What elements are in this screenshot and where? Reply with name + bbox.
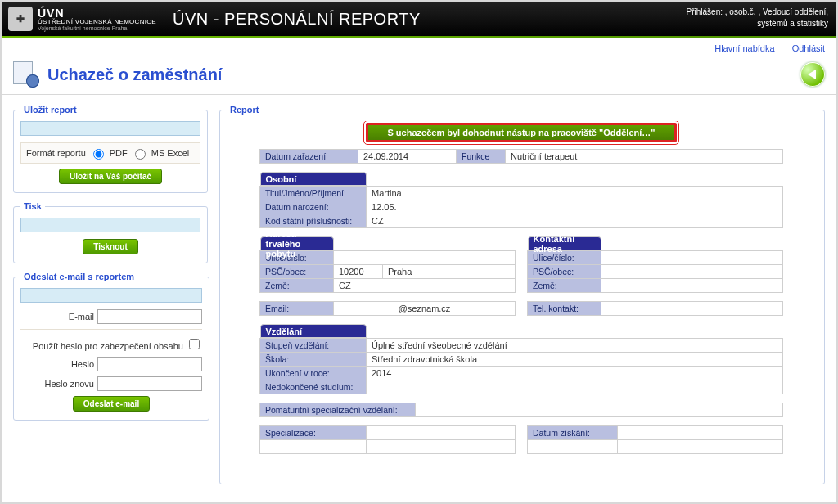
function-value: Nutriční terapeut <box>506 150 783 164</box>
dob-value: 12.05. <box>367 200 783 214</box>
edu-level-label: Stupeň vzdělání: <box>260 339 367 353</box>
dob-label: Datum narození: <box>260 200 367 214</box>
format-xls-radio[interactable] <box>135 149 146 160</box>
password2-input[interactable] <box>97 376 202 391</box>
org-name: ÚSTŘEDNÍ VOJENSKÁ NEMOCNICE <box>38 19 156 25</box>
report-scroll[interactable]: S uchazečem byl dohodnut nástup na praco… <box>227 121 818 475</box>
app-header: ✚ ÚVN ÚSTŘEDNÍ VOJENSKÁ NEMOCNICE Vojens… <box>2 2 836 36</box>
format-xls-label: MS Excel <box>151 148 189 158</box>
save-legend: Uložit report <box>20 105 80 115</box>
country-label: Země: <box>260 279 334 293</box>
back-button[interactable] <box>800 62 825 87</box>
phone-table: Tel. kontakt: <box>527 301 783 316</box>
email-table: Email: @seznam.cz <box>259 301 516 316</box>
send-email-button[interactable]: Odeslat e-mail <box>73 396 150 412</box>
address-table: Adresa trvalého pobytu Ulice/číslo: PSČ/… <box>259 236 516 293</box>
email-input[interactable] <box>97 309 202 324</box>
name-label: Titul/Jméno/Příjmení: <box>260 187 367 200</box>
zip-value: 10200 <box>334 265 383 279</box>
applicant-email-value: @seznam.cz <box>334 302 516 316</box>
school-value: Střední zdravotnická škola <box>367 353 783 367</box>
acq-date-label: Datum získání: <box>528 426 618 440</box>
nav-logout[interactable]: Odhlásit <box>792 43 825 53</box>
school-label: Škola: <box>260 353 367 367</box>
app-title: ÚVN - PERSONÁLNÍ REPORTY <box>173 10 421 29</box>
save-placeholder <box>20 121 200 136</box>
function-label: Funkce <box>457 150 506 164</box>
password-label: Heslo <box>20 359 94 369</box>
education-header: Vzdělání <box>260 324 367 338</box>
unfinished-label: Nedokončené studium: <box>260 380 367 394</box>
intake-date-label: Datum zařazení <box>260 150 358 164</box>
email-panel: Odeslat e-mail s reportem E-mail Použít … <box>13 272 210 421</box>
role-label: , Vedoucí oddělení, <box>758 7 828 16</box>
intake-table: Datum zařazení 24.09.2014 Funkce Nutričn… <box>259 149 783 164</box>
notice-banner: S uchazečem byl dohodnut nástup na praco… <box>366 123 677 142</box>
contact-country-label: Země: <box>528 279 601 293</box>
specialization-value <box>367 426 516 440</box>
zip-label: PSČ/obec: <box>260 265 334 279</box>
specialization-label: Specializace: <box>260 426 367 440</box>
name-value: Martina <box>367 187 783 200</box>
unfinished-value <box>367 380 783 394</box>
org-abbrev: ÚVN <box>38 7 156 19</box>
person-num-label: , osob.č. <box>725 7 756 16</box>
postgrad-value <box>416 403 783 417</box>
contact-address-table: Kontaktní adresa Ulice/číslo: PSČ/obec: <box>527 236 783 293</box>
phone-label: Tel. kontakt: <box>528 302 601 316</box>
personal-table: Osobní Titul/Jméno/Příjmení: Martina Dat… <box>259 172 783 228</box>
org-sub: Vojenská fakultní nemocnice Praha <box>38 25 156 31</box>
intake-date-value: 24.09.2014 <box>358 150 457 164</box>
login-label: Přihlášen: <box>687 7 723 16</box>
nationality-value: CZ <box>367 214 783 228</box>
graduation-year-value: 2014 <box>367 367 783 380</box>
contact-zip-label: PSČ/obec: <box>528 265 601 279</box>
city-value: Praha <box>383 265 516 279</box>
page-title-bar: Uchazeč o zaměstnání <box>2 56 836 95</box>
street-value <box>334 251 516 265</box>
nav-main-menu[interactable]: Hlavní nabídka <box>714 43 774 53</box>
acquisition-date-table: Datum získání: <box>527 425 783 454</box>
contact-header: Kontaktní adresa <box>528 236 601 250</box>
report-icon <box>13 61 39 88</box>
applicant-email-label: Email: <box>260 302 334 316</box>
print-placeholder <box>20 218 200 232</box>
print-legend: Tisk <box>20 201 45 211</box>
format-pdf-radio[interactable] <box>93 149 104 160</box>
contact-street-value <box>601 251 783 265</box>
password-checkbox[interactable] <box>189 339 200 349</box>
acq-date-value <box>618 426 783 440</box>
role-line2: systémů a statistiky <box>687 18 828 29</box>
format-label: Formát reportu <box>26 148 86 158</box>
top-nav: Hlavní nabídka Odhlásit <box>2 38 836 56</box>
save-button[interactable]: Uložit na Váš počítač <box>59 169 162 184</box>
graduation-year-label: Ukončení v roce: <box>260 367 367 380</box>
password2-label: Heslo znovu <box>20 379 94 389</box>
postgrad-label: Pomaturitní specializační vzdělání: <box>260 403 416 417</box>
format-pdf-label: PDF <box>110 148 128 158</box>
password-input[interactable] <box>97 357 202 371</box>
contact-zip-value <box>601 265 783 279</box>
contact-country-value <box>601 279 783 293</box>
country-value: CZ <box>334 279 516 293</box>
nationality-label: Kód státní příslušnosti: <box>260 214 367 228</box>
email-legend: Odeslat e-mail s reportem <box>20 272 137 281</box>
login-info: Přihlášen: , osob.č. , Vedoucí oddělení,… <box>687 7 828 29</box>
email-placeholder <box>20 288 202 303</box>
education-table: Vzdělání Stupeň vzdělání: Úplné střední … <box>259 324 783 394</box>
address-header: Adresa trvalého pobytu <box>260 236 334 250</box>
print-panel: Tisk Tisknout <box>13 201 208 263</box>
print-button[interactable]: Tisknout <box>83 239 137 254</box>
format-row: Formát reportu PDF MS Excel <box>20 142 200 164</box>
report-panel: Report S uchazečem byl dohodnut nástup n… <box>219 105 825 484</box>
specialization-table: Specializace: <box>259 425 516 454</box>
password-cb-label: Použít heslo pro zabezpečení obsahu <box>33 341 183 351</box>
org-logo: ✚ ÚVN ÚSTŘEDNÍ VOJENSKÁ NEMOCNICE Vojens… <box>8 7 156 31</box>
report-legend: Report <box>227 105 262 115</box>
save-report-panel: Uložit report Formát reportu PDF MS Exce… <box>13 105 208 193</box>
phone-value <box>601 302 783 316</box>
page-title: Uchazeč o zaměstnání <box>47 65 222 84</box>
edu-level-value: Úplné střední všeobecné vzdělání <box>367 339 783 353</box>
email-label: E-mail <box>20 312 94 322</box>
personal-header: Osobní <box>260 172 367 186</box>
